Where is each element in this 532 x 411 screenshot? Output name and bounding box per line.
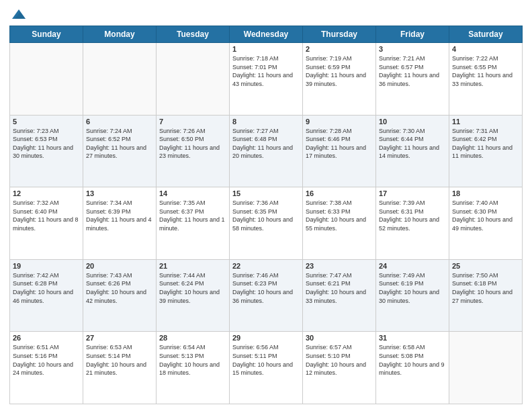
day-number: 6 [86,118,153,126]
day-info: Sunrise: 7:39 AM Sunset: 6:31 PM Dayligh… [379,199,446,232]
calendar-day-header: Saturday [449,26,523,43]
day-info: Sunrise: 7:22 AM Sunset: 6:55 PM Dayligh… [452,54,519,88]
calendar-day-cell: 2Sunrise: 7:19 AM Sunset: 6:59 PM Daylig… [303,43,376,116]
logo-icon [11,7,27,23]
calendar-week-row: 19Sunrise: 7:42 AM Sunset: 6:28 PM Dayli… [10,259,523,332]
logo [9,7,27,20]
day-info: Sunrise: 7:34 AM Sunset: 6:39 PM Dayligh… [86,199,153,232]
day-info: Sunrise: 6:57 AM Sunset: 5:10 PM Dayligh… [306,343,373,377]
day-number: 9 [306,118,373,126]
day-info: Sunrise: 7:18 AM Sunset: 7:01 PM Dayligh… [232,54,300,88]
calendar-day-cell: 22Sunrise: 7:46 AM Sunset: 6:23 PM Dayli… [230,259,303,332]
day-number: 16 [306,189,373,197]
day-info: Sunrise: 7:32 AM Sunset: 6:40 PM Dayligh… [13,199,80,232]
day-info: Sunrise: 7:38 AM Sunset: 6:33 PM Dayligh… [306,199,373,232]
day-number: 25 [452,262,519,270]
calendar-day-cell: 9Sunrise: 7:28 AM Sunset: 6:46 PM Daylig… [303,115,376,187]
day-number: 23 [306,262,373,270]
day-number: 11 [452,118,519,126]
day-number: 21 [159,262,226,270]
calendar-day-cell: 5Sunrise: 7:23 AM Sunset: 6:53 PM Daylig… [10,115,83,187]
calendar-day-cell: 25Sunrise: 7:50 AM Sunset: 6:18 PM Dayli… [449,259,523,332]
day-info: Sunrise: 7:30 AM Sunset: 6:44 PM Dayligh… [379,127,446,161]
calendar-day-cell: 19Sunrise: 7:42 AM Sunset: 6:28 PM Dayli… [10,259,83,332]
calendar-day-cell: 3Sunrise: 7:21 AM Sunset: 6:57 PM Daylig… [376,43,449,116]
day-number: 27 [86,334,153,342]
calendar-day-header: Monday [83,26,157,43]
calendar-day-cell: 11Sunrise: 7:31 AM Sunset: 6:42 PM Dayli… [449,115,523,187]
day-number: 24 [379,262,446,270]
day-info: Sunrise: 7:47 AM Sunset: 6:21 PM Dayligh… [306,271,373,305]
day-number: 17 [379,189,446,197]
calendar-day-cell: 29Sunrise: 6:56 AM Sunset: 5:11 PM Dayli… [230,332,303,404]
calendar-day-cell: 1Sunrise: 7:18 AM Sunset: 7:01 PM Daylig… [230,43,303,116]
calendar-day-cell: 15Sunrise: 7:36 AM Sunset: 6:35 PM Dayli… [230,187,303,260]
calendar-week-row: 26Sunrise: 6:51 AM Sunset: 5:16 PM Dayli… [10,332,523,404]
day-info: Sunrise: 7:49 AM Sunset: 6:19 PM Dayligh… [379,271,446,305]
day-number: 29 [232,334,300,342]
calendar-day-cell [10,43,83,116]
day-number: 5 [13,118,80,126]
day-info: Sunrise: 6:58 AM Sunset: 5:08 PM Dayligh… [379,343,446,377]
calendar-day-header: Thursday [303,26,376,43]
calendar-day-cell: 17Sunrise: 7:39 AM Sunset: 6:31 PM Dayli… [376,187,449,260]
day-number: 19 [13,262,80,270]
day-number: 10 [379,118,446,126]
day-number: 2 [306,45,373,53]
day-info: Sunrise: 7:40 AM Sunset: 6:30 PM Dayligh… [452,199,519,232]
calendar-day-cell: 4Sunrise: 7:22 AM Sunset: 6:55 PM Daylig… [449,43,523,116]
calendar-day-cell [157,43,230,116]
calendar-day-cell [449,332,523,404]
day-number: 13 [86,189,153,197]
calendar-day-cell: 30Sunrise: 6:57 AM Sunset: 5:10 PM Dayli… [303,332,376,404]
calendar-day-cell: 14Sunrise: 7:35 AM Sunset: 6:37 PM Dayli… [157,187,230,260]
page: SundayMondayTuesdayWednesdayThursdayFrid… [0,0,532,411]
day-number: 1 [232,45,300,53]
day-number: 8 [232,118,300,126]
calendar-day-header: Friday [376,26,449,43]
day-number: 30 [306,334,373,342]
day-number: 12 [13,189,80,197]
calendar-header-row: SundayMondayTuesdayWednesdayThursdayFrid… [10,26,523,43]
day-info: Sunrise: 7:24 AM Sunset: 6:52 PM Dayligh… [86,127,153,161]
header [9,7,523,20]
calendar-day-cell: 26Sunrise: 6:51 AM Sunset: 5:16 PM Dayli… [10,332,83,404]
calendar-day-cell: 27Sunrise: 6:53 AM Sunset: 5:14 PM Dayli… [83,332,157,404]
calendar-day-cell: 6Sunrise: 7:24 AM Sunset: 6:52 PM Daylig… [83,115,157,187]
calendar-day-cell: 10Sunrise: 7:30 AM Sunset: 6:44 PM Dayli… [376,115,449,187]
day-info: Sunrise: 7:31 AM Sunset: 6:42 PM Dayligh… [452,127,519,161]
day-number: 3 [379,45,446,53]
day-info: Sunrise: 6:53 AM Sunset: 5:14 PM Dayligh… [86,343,153,377]
day-info: Sunrise: 7:43 AM Sunset: 6:26 PM Dayligh… [86,271,153,305]
day-number: 15 [232,189,300,197]
day-number: 14 [159,189,226,197]
day-info: Sunrise: 7:19 AM Sunset: 6:59 PM Dayligh… [306,54,373,88]
calendar-day-cell: 16Sunrise: 7:38 AM Sunset: 6:33 PM Dayli… [303,187,376,260]
calendar-table: SundayMondayTuesdayWednesdayThursdayFrid… [9,26,523,404]
calendar-day-cell: 18Sunrise: 7:40 AM Sunset: 6:30 PM Dayli… [449,187,523,260]
day-info: Sunrise: 7:46 AM Sunset: 6:23 PM Dayligh… [232,271,300,305]
day-number: 28 [159,334,226,342]
calendar-day-cell: 12Sunrise: 7:32 AM Sunset: 6:40 PM Dayli… [10,187,83,260]
day-info: Sunrise: 7:23 AM Sunset: 6:53 PM Dayligh… [13,127,80,161]
day-number: 7 [159,118,226,126]
day-info: Sunrise: 7:50 AM Sunset: 6:18 PM Dayligh… [452,271,519,305]
calendar-week-row: 12Sunrise: 7:32 AM Sunset: 6:40 PM Dayli… [10,187,523,260]
calendar-day-cell: 20Sunrise: 7:43 AM Sunset: 6:26 PM Dayli… [83,259,157,332]
calendar-day-cell: 31Sunrise: 6:58 AM Sunset: 5:08 PM Dayli… [376,332,449,404]
day-info: Sunrise: 6:56 AM Sunset: 5:11 PM Dayligh… [232,343,300,377]
calendar-day-header: Tuesday [157,26,230,43]
calendar-week-row: 1Sunrise: 7:18 AM Sunset: 7:01 PM Daylig… [10,43,523,116]
day-info: Sunrise: 7:26 AM Sunset: 6:50 PM Dayligh… [159,127,226,161]
day-number: 4 [452,45,519,53]
day-info: Sunrise: 6:51 AM Sunset: 5:16 PM Dayligh… [13,343,80,377]
day-info: Sunrise: 6:54 AM Sunset: 5:13 PM Dayligh… [159,343,226,377]
day-info: Sunrise: 7:28 AM Sunset: 6:46 PM Dayligh… [306,127,373,161]
calendar-day-header: Sunday [10,26,83,43]
day-info: Sunrise: 7:42 AM Sunset: 6:28 PM Dayligh… [13,271,80,305]
calendar-day-cell: 8Sunrise: 7:27 AM Sunset: 6:48 PM Daylig… [230,115,303,187]
day-info: Sunrise: 7:21 AM Sunset: 6:57 PM Dayligh… [379,54,446,88]
day-number: 18 [452,189,519,197]
calendar-day-header: Wednesday [230,26,303,43]
calendar-week-row: 5Sunrise: 7:23 AM Sunset: 6:53 PM Daylig… [10,115,523,187]
